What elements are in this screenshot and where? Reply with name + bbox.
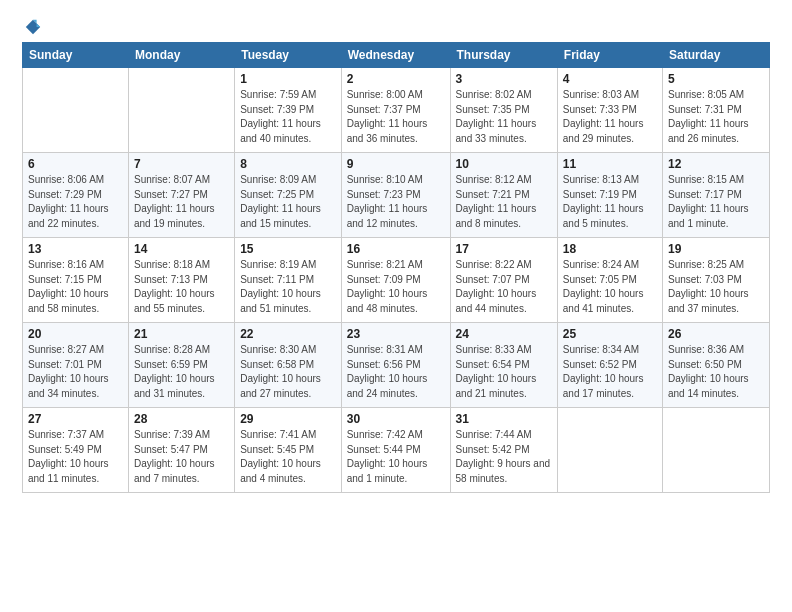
- calendar-cell: 21Sunrise: 8:28 AM Sunset: 6:59 PM Dayli…: [128, 323, 234, 408]
- calendar-cell: 8Sunrise: 8:09 AM Sunset: 7:25 PM Daylig…: [235, 153, 342, 238]
- calendar-cell: 4Sunrise: 8:03 AM Sunset: 7:33 PM Daylig…: [557, 68, 662, 153]
- calendar-cell: 5Sunrise: 8:05 AM Sunset: 7:31 PM Daylig…: [662, 68, 769, 153]
- calendar-cell: 22Sunrise: 8:30 AM Sunset: 6:58 PM Dayli…: [235, 323, 342, 408]
- calendar-day-header: Wednesday: [341, 43, 450, 68]
- calendar-cell: [557, 408, 662, 493]
- day-info: Sunrise: 8:09 AM Sunset: 7:25 PM Dayligh…: [240, 173, 336, 231]
- calendar-cell: 7Sunrise: 8:07 AM Sunset: 7:27 PM Daylig…: [128, 153, 234, 238]
- day-number: 9: [347, 157, 445, 171]
- calendar-cell: 6Sunrise: 8:06 AM Sunset: 7:29 PM Daylig…: [23, 153, 129, 238]
- calendar-cell: 23Sunrise: 8:31 AM Sunset: 6:56 PM Dayli…: [341, 323, 450, 408]
- day-info: Sunrise: 8:06 AM Sunset: 7:29 PM Dayligh…: [28, 173, 123, 231]
- calendar-cell: 12Sunrise: 8:15 AM Sunset: 7:17 PM Dayli…: [662, 153, 769, 238]
- page: SundayMondayTuesdayWednesdayThursdayFrid…: [0, 0, 792, 503]
- calendar-cell: 19Sunrise: 8:25 AM Sunset: 7:03 PM Dayli…: [662, 238, 769, 323]
- logo: [22, 18, 44, 32]
- calendar-cell: 24Sunrise: 8:33 AM Sunset: 6:54 PM Dayli…: [450, 323, 557, 408]
- day-number: 19: [668, 242, 764, 256]
- calendar-cell: 3Sunrise: 8:02 AM Sunset: 7:35 PM Daylig…: [450, 68, 557, 153]
- calendar-cell: [128, 68, 234, 153]
- day-info: Sunrise: 8:00 AM Sunset: 7:37 PM Dayligh…: [347, 88, 445, 146]
- day-number: 8: [240, 157, 336, 171]
- calendar-cell: 17Sunrise: 8:22 AM Sunset: 7:07 PM Dayli…: [450, 238, 557, 323]
- day-info: Sunrise: 8:07 AM Sunset: 7:27 PM Dayligh…: [134, 173, 229, 231]
- day-number: 11: [563, 157, 657, 171]
- day-number: 18: [563, 242, 657, 256]
- calendar-header-row: SundayMondayTuesdayWednesdayThursdayFrid…: [23, 43, 770, 68]
- day-number: 29: [240, 412, 336, 426]
- day-number: 26: [668, 327, 764, 341]
- day-info: Sunrise: 8:10 AM Sunset: 7:23 PM Dayligh…: [347, 173, 445, 231]
- day-info: Sunrise: 8:13 AM Sunset: 7:19 PM Dayligh…: [563, 173, 657, 231]
- day-number: 28: [134, 412, 229, 426]
- day-info: Sunrise: 8:34 AM Sunset: 6:52 PM Dayligh…: [563, 343, 657, 401]
- calendar-cell: 13Sunrise: 8:16 AM Sunset: 7:15 PM Dayli…: [23, 238, 129, 323]
- day-info: Sunrise: 8:33 AM Sunset: 6:54 PM Dayligh…: [456, 343, 552, 401]
- day-info: Sunrise: 8:22 AM Sunset: 7:07 PM Dayligh…: [456, 258, 552, 316]
- day-number: 7: [134, 157, 229, 171]
- day-number: 25: [563, 327, 657, 341]
- calendar-day-header: Saturday: [662, 43, 769, 68]
- header: [22, 18, 770, 32]
- day-number: 1: [240, 72, 336, 86]
- calendar-cell: 1Sunrise: 7:59 AM Sunset: 7:39 PM Daylig…: [235, 68, 342, 153]
- day-number: 23: [347, 327, 445, 341]
- calendar-cell: 20Sunrise: 8:27 AM Sunset: 7:01 PM Dayli…: [23, 323, 129, 408]
- calendar-cell: 18Sunrise: 8:24 AM Sunset: 7:05 PM Dayli…: [557, 238, 662, 323]
- day-info: Sunrise: 8:30 AM Sunset: 6:58 PM Dayligh…: [240, 343, 336, 401]
- calendar-cell: [662, 408, 769, 493]
- day-info: Sunrise: 8:02 AM Sunset: 7:35 PM Dayligh…: [456, 88, 552, 146]
- day-info: Sunrise: 7:37 AM Sunset: 5:49 PM Dayligh…: [28, 428, 123, 486]
- calendar-day-header: Friday: [557, 43, 662, 68]
- day-number: 21: [134, 327, 229, 341]
- day-number: 5: [668, 72, 764, 86]
- day-number: 14: [134, 242, 229, 256]
- calendar-cell: 9Sunrise: 8:10 AM Sunset: 7:23 PM Daylig…: [341, 153, 450, 238]
- day-number: 6: [28, 157, 123, 171]
- day-info: Sunrise: 7:44 AM Sunset: 5:42 PM Dayligh…: [456, 428, 552, 486]
- day-number: 3: [456, 72, 552, 86]
- day-number: 10: [456, 157, 552, 171]
- calendar-cell: 10Sunrise: 8:12 AM Sunset: 7:21 PM Dayli…: [450, 153, 557, 238]
- day-number: 22: [240, 327, 336, 341]
- logo-icon: [24, 18, 42, 36]
- calendar-cell: 15Sunrise: 8:19 AM Sunset: 7:11 PM Dayli…: [235, 238, 342, 323]
- calendar-day-header: Thursday: [450, 43, 557, 68]
- day-info: Sunrise: 8:25 AM Sunset: 7:03 PM Dayligh…: [668, 258, 764, 316]
- calendar-day-header: Monday: [128, 43, 234, 68]
- day-info: Sunrise: 8:03 AM Sunset: 7:33 PM Dayligh…: [563, 88, 657, 146]
- day-number: 31: [456, 412, 552, 426]
- day-number: 30: [347, 412, 445, 426]
- day-info: Sunrise: 8:36 AM Sunset: 6:50 PM Dayligh…: [668, 343, 764, 401]
- day-number: 24: [456, 327, 552, 341]
- day-info: Sunrise: 7:42 AM Sunset: 5:44 PM Dayligh…: [347, 428, 445, 486]
- calendar-cell: 25Sunrise: 8:34 AM Sunset: 6:52 PM Dayli…: [557, 323, 662, 408]
- day-info: Sunrise: 8:28 AM Sunset: 6:59 PM Dayligh…: [134, 343, 229, 401]
- calendar-week-row: 6Sunrise: 8:06 AM Sunset: 7:29 PM Daylig…: [23, 153, 770, 238]
- day-number: 2: [347, 72, 445, 86]
- calendar-cell: 31Sunrise: 7:44 AM Sunset: 5:42 PM Dayli…: [450, 408, 557, 493]
- day-info: Sunrise: 8:31 AM Sunset: 6:56 PM Dayligh…: [347, 343, 445, 401]
- day-number: 17: [456, 242, 552, 256]
- day-number: 13: [28, 242, 123, 256]
- calendar-week-row: 27Sunrise: 7:37 AM Sunset: 5:49 PM Dayli…: [23, 408, 770, 493]
- day-number: 4: [563, 72, 657, 86]
- day-number: 20: [28, 327, 123, 341]
- calendar-cell: 28Sunrise: 7:39 AM Sunset: 5:47 PM Dayli…: [128, 408, 234, 493]
- day-info: Sunrise: 8:18 AM Sunset: 7:13 PM Dayligh…: [134, 258, 229, 316]
- day-number: 16: [347, 242, 445, 256]
- day-info: Sunrise: 8:19 AM Sunset: 7:11 PM Dayligh…: [240, 258, 336, 316]
- calendar-cell: 29Sunrise: 7:41 AM Sunset: 5:45 PM Dayli…: [235, 408, 342, 493]
- calendar-cell: 27Sunrise: 7:37 AM Sunset: 5:49 PM Dayli…: [23, 408, 129, 493]
- calendar-week-row: 20Sunrise: 8:27 AM Sunset: 7:01 PM Dayli…: [23, 323, 770, 408]
- day-info: Sunrise: 8:24 AM Sunset: 7:05 PM Dayligh…: [563, 258, 657, 316]
- day-number: 27: [28, 412, 123, 426]
- day-number: 15: [240, 242, 336, 256]
- day-info: Sunrise: 8:12 AM Sunset: 7:21 PM Dayligh…: [456, 173, 552, 231]
- calendar-cell: 14Sunrise: 8:18 AM Sunset: 7:13 PM Dayli…: [128, 238, 234, 323]
- calendar-cell: 11Sunrise: 8:13 AM Sunset: 7:19 PM Dayli…: [557, 153, 662, 238]
- calendar-cell: 2Sunrise: 8:00 AM Sunset: 7:37 PM Daylig…: [341, 68, 450, 153]
- calendar-day-header: Tuesday: [235, 43, 342, 68]
- day-info: Sunrise: 8:16 AM Sunset: 7:15 PM Dayligh…: [28, 258, 123, 316]
- day-info: Sunrise: 8:21 AM Sunset: 7:09 PM Dayligh…: [347, 258, 445, 316]
